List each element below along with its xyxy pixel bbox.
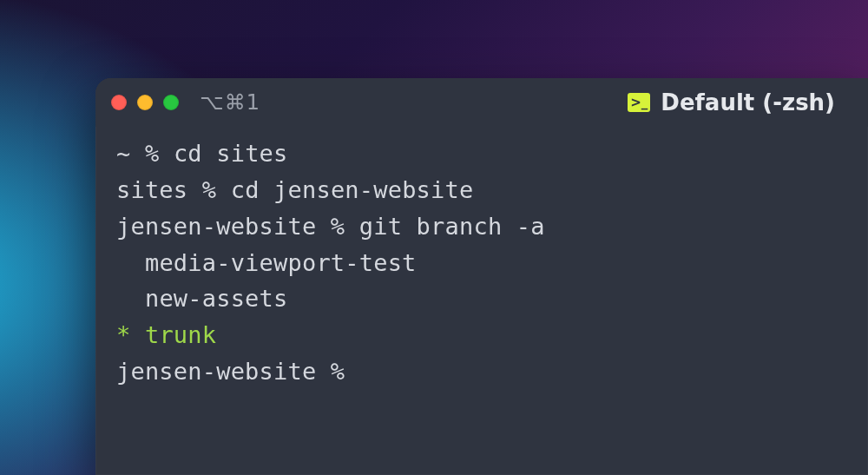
close-button[interactable] bbox=[111, 95, 127, 110]
command-text: cd sites bbox=[174, 140, 288, 167]
branch-name: media-viewport-test bbox=[145, 249, 417, 276]
profile-label: Default (-zsh) bbox=[661, 89, 835, 115]
prompt-line: sites % cd jensen-website bbox=[116, 172, 847, 208]
terminal-window[interactable]: ⌥⌘1 >_ Default (-zsh) ~ % cd sites sites… bbox=[95, 78, 868, 475]
desktop-background: ⌥⌘1 >_ Default (-zsh) ~ % cd sites sites… bbox=[0, 0, 868, 475]
current-branch-marker: * bbox=[116, 321, 130, 348]
prompt-symbol: % bbox=[202, 176, 216, 203]
current-branch-line: * trunk bbox=[116, 317, 847, 353]
terminal-output[interactable]: ~ % cd sites sites % cd jensen-website j… bbox=[95, 127, 868, 411]
prompt-cwd: jensen-website bbox=[116, 213, 316, 240]
prompt-symbol: % bbox=[331, 213, 345, 240]
command-text: git branch -a bbox=[359, 213, 545, 240]
branch-name: new-assets bbox=[145, 285, 288, 312]
current-branch-name: trunk bbox=[145, 321, 216, 348]
command-text: cd jensen-website bbox=[231, 176, 474, 203]
window-controls bbox=[111, 95, 179, 110]
zoom-button[interactable] bbox=[163, 95, 179, 110]
prompt-line: jensen-website % git branch -a bbox=[116, 208, 847, 245]
prompt-cwd: jensen-website bbox=[116, 358, 316, 385]
prompt-cwd: sites bbox=[116, 176, 187, 203]
window-titlebar[interactable]: ⌥⌘1 >_ Default (-zsh) bbox=[95, 78, 868, 127]
branch-line: new-assets bbox=[116, 280, 847, 317]
tab-shortcut-label: ⌥⌘1 bbox=[200, 90, 260, 115]
terminal-icon: >_ bbox=[628, 93, 650, 112]
terminal-profile-indicator[interactable]: >_ Default (-zsh) bbox=[628, 89, 852, 115]
prompt-line: ~ % cd sites bbox=[116, 135, 847, 172]
prompt-symbol: % bbox=[331, 358, 345, 385]
branch-line: media-viewport-test bbox=[116, 245, 847, 281]
minimize-button[interactable] bbox=[137, 95, 153, 110]
prompt-symbol: % bbox=[145, 140, 159, 167]
prompt-line: jensen-website % bbox=[116, 353, 847, 390]
prompt-cwd: ~ bbox=[116, 140, 130, 167]
